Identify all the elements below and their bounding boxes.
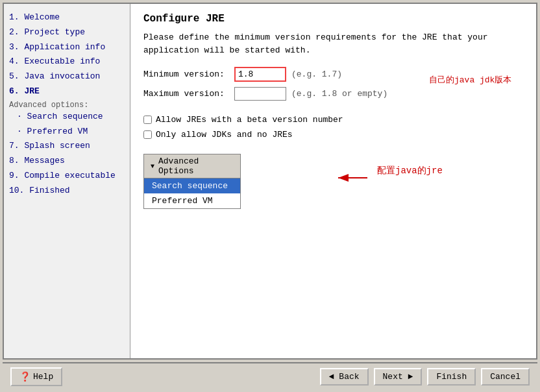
- min-version-hint: (e.g. 1.7): [291, 69, 342, 79]
- sidebar-advanced-label: Advanced options:: [9, 101, 125, 110]
- sidebar-item-project-type[interactable]: 2. Project type: [9, 25, 125, 40]
- sidebar-item-compile-exec[interactable]: 9. Compile executable: [9, 169, 125, 184]
- help-button[interactable]: ❓ Help: [10, 367, 62, 386]
- sidebar-item-java-invocation[interactable]: 5. Java invocation: [9, 69, 125, 84]
- advanced-options-button[interactable]: ▼ Advanced Options: [143, 154, 241, 178]
- min-version-row: Minimum version: (e.g. 1.7) 自己的java jdk版…: [143, 67, 523, 82]
- page-title: Configure JRE: [143, 13, 523, 25]
- jdk-annotation: 自己的java jdk版本: [429, 74, 511, 86]
- max-version-label: Maximum version:: [143, 89, 234, 99]
- sidebar-item-app-info[interactable]: 3. Application info: [9, 40, 125, 55]
- max-version-input[interactable]: [234, 87, 286, 101]
- sidebar-item-welcome[interactable]: 1. Welcome: [9, 10, 125, 25]
- sidebar-item-finished[interactable]: 10. Finished: [9, 184, 125, 199]
- advanced-options-dropdown: Search sequence Preferred VM: [143, 178, 241, 209]
- description: Please define the minimum version requir…: [143, 31, 523, 56]
- main-content: Configure JRE Please define the minimum …: [130, 4, 536, 358]
- min-version-label: Minimum version:: [143, 69, 234, 79]
- sidebar-item-splash-screen[interactable]: 7. Splash screen: [9, 139, 125, 154]
- cancel-button[interactable]: Cancel: [481, 368, 530, 386]
- sidebar-item-search-sequence[interactable]: · Search sequence: [9, 110, 125, 125]
- sidebar-item-preferred-vm[interactable]: · Preferred VM: [9, 125, 125, 140]
- sidebar-item-messages[interactable]: 8. Messages: [9, 154, 125, 169]
- sidebar-item-jre[interactable]: 6. JRE: [9, 84, 125, 99]
- back-button[interactable]: ◄ Back: [320, 368, 369, 386]
- jre-annotation: 配置java的jre: [377, 165, 443, 177]
- finish-button[interactable]: Finish: [427, 368, 476, 386]
- max-version-row: Maximum version: (e.g. 1.8 or empty): [143, 87, 523, 101]
- max-version-hint: (e.g. 1.8 or empty): [291, 89, 387, 99]
- checkbox-jdk-row: Only allow JDKs and no JREs: [143, 130, 523, 140]
- sidebar: 1. Welcome 2. Project type 3. Applicatio…: [4, 4, 130, 358]
- next-button[interactable]: Next ►: [374, 368, 423, 386]
- bottom-bar: ❓ Help ◄ Back Next ► Finish Cancel: [3, 362, 537, 389]
- checkbox-jdk-only[interactable]: [143, 130, 152, 139]
- min-version-input[interactable]: [234, 67, 286, 82]
- dropdown-item-search-sequence[interactable]: Search sequence: [144, 178, 240, 193]
- advanced-options-label: Advanced Options: [158, 156, 234, 176]
- checkbox-beta-row: Allow JREs with a beta version number: [143, 115, 523, 125]
- checkbox-jdk-label: Only allow JDKs and no JREs: [156, 130, 293, 140]
- arrow-svg: [231, 168, 374, 188]
- dropdown-item-preferred-vm[interactable]: Preferred VM: [144, 193, 240, 208]
- dropdown-arrow-icon: ▼: [151, 163, 154, 170]
- sidebar-item-exec-info[interactable]: 4. Executable info: [9, 55, 125, 69]
- checkbox-beta[interactable]: [143, 116, 152, 124]
- help-icon: ❓: [19, 371, 31, 382]
- checkbox-beta-label: Allow JREs with a beta version number: [156, 115, 343, 125]
